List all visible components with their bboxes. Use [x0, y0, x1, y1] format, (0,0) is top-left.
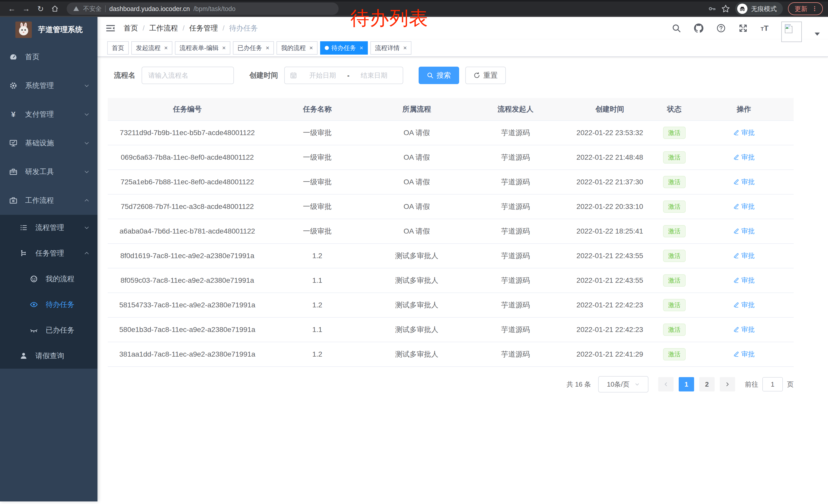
- tags-view-bar: 首页发起流程×流程表单-编辑×已办任务×我的流程×待办任务×流程详情×: [97, 40, 828, 57]
- search-button[interactable]: 搜索: [419, 67, 459, 84]
- page-button-1[interactable]: 1: [679, 377, 694, 392]
- avatar[interactable]: [781, 21, 802, 42]
- sidebar-item-已办任务[interactable]: 已办任务: [0, 317, 97, 343]
- process-name-input[interactable]: [141, 67, 234, 84]
- sidebar-item-请假查询[interactable]: 请假查询: [0, 343, 97, 369]
- approve-link[interactable]: 审批: [733, 128, 755, 137]
- approve-link[interactable]: 审批: [733, 153, 755, 162]
- yen-icon: ¥: [9, 110, 17, 119]
- github-icon[interactable]: [694, 23, 704, 33]
- tab-close-icon[interactable]: ×: [222, 45, 226, 51]
- column-header-状态: 状态: [654, 98, 694, 121]
- start-date-field[interactable]: 开始日期: [299, 71, 346, 80]
- task-id-cell: 580e1b3d-7ac8-11ec-a9e2-a2380e71991a: [108, 317, 267, 342]
- tab-已办任务[interactable]: 已办任务×: [233, 41, 274, 55]
- sidebar-item-基础设施[interactable]: 基础设施: [0, 129, 97, 157]
- prev-page-button[interactable]: [658, 377, 673, 392]
- tab-close-icon[interactable]: ×: [360, 45, 363, 51]
- time-cell: 2022-01-22 20:33:10: [565, 194, 655, 219]
- process-cell: 测试多审批人: [368, 317, 465, 342]
- hamburger-icon[interactable]: [106, 24, 115, 33]
- tab-close-icon[interactable]: ×: [266, 45, 269, 51]
- status-cell: 激活: [654, 194, 694, 219]
- sidebar-item-我的流程[interactable]: 我的流程: [0, 266, 97, 292]
- sidebar-item-支付管理[interactable]: ¥支付管理: [0, 100, 97, 129]
- next-page-button[interactable]: [720, 377, 735, 392]
- goto-page-input[interactable]: [762, 377, 783, 392]
- address-bar[interactable]: 不安全 dashboard.yudao.iocoder.cn/bpm/task/…: [67, 3, 339, 15]
- task-name-cell: 一级审批: [267, 219, 368, 243]
- tab-流程表单-编辑[interactable]: 流程表单-编辑×: [175, 41, 230, 55]
- task-id-cell: 8f059c03-7ac8-11ec-a9e2-a2380e71991a: [108, 268, 267, 293]
- tab-close-icon[interactable]: ×: [164, 45, 168, 51]
- update-label: 更新: [795, 5, 808, 13]
- sidebar-item-系统管理[interactable]: 系统管理: [0, 71, 97, 100]
- tab-close-icon[interactable]: ×: [309, 45, 313, 51]
- sidebar-item-首页[interactable]: 首页: [0, 43, 97, 71]
- approve-link[interactable]: 审批: [733, 276, 755, 285]
- caret-down-icon[interactable]: [815, 32, 820, 36]
- time-cell: 2022-01-21 22:43:55: [565, 243, 655, 268]
- breadcrumb-separator: /: [223, 24, 225, 32]
- chevron-down-icon: [84, 140, 90, 146]
- date-range-picker[interactable]: 开始日期 - 结束日期: [284, 67, 403, 84]
- sidebar-item-待办任务[interactable]: 待办任务: [0, 292, 97, 317]
- fullscreen-icon[interactable]: [739, 24, 748, 33]
- url-path: /bpm/task/todo: [194, 5, 236, 12]
- table-row: 58154733-7ac8-11ec-a9e2-a2380e71991a1.2测…: [108, 293, 794, 317]
- tab-首页[interactable]: 首页: [107, 41, 129, 55]
- key-icon[interactable]: [708, 5, 716, 13]
- task-id-cell: 58154733-7ac8-11ec-a9e2-a2380e71991a: [108, 293, 267, 317]
- breadcrumb-工作流程[interactable]: 工作流程: [149, 23, 178, 33]
- tab-发起流程[interactable]: 发起流程×: [131, 41, 172, 55]
- status-badge: 激活: [663, 299, 686, 311]
- help-icon[interactable]: [716, 24, 726, 33]
- font-size-icon[interactable]: TT: [760, 24, 769, 33]
- reset-button[interactable]: 重置: [465, 67, 506, 84]
- browser-home-button[interactable]: [48, 2, 61, 15]
- monitor-icon: [9, 139, 17, 147]
- action-cell: 审批: [694, 293, 794, 317]
- tab-我的流程[interactable]: 我的流程×: [277, 41, 318, 55]
- star-icon[interactable]: [721, 4, 730, 13]
- time-cell: 2022-01-22 21:37:30: [565, 170, 655, 194]
- app-logo[interactable]: 芋道管理系统: [0, 17, 97, 43]
- page-size-select[interactable]: 10条/页: [598, 376, 649, 393]
- search-icon[interactable]: [672, 24, 681, 33]
- approve-link[interactable]: 审批: [733, 177, 755, 186]
- approve-link-label: 审批: [741, 301, 755, 310]
- task-id-cell: 069c6a63-7b8a-11ec-8ef0-acde48001122: [108, 145, 267, 170]
- task-name-cell: 1.2: [267, 243, 368, 268]
- tab-待办任务[interactable]: 待办任务×: [320, 41, 368, 55]
- page-button-2[interactable]: 2: [699, 377, 715, 392]
- broken-image-icon: [783, 23, 794, 34]
- sidebar-item-流程管理[interactable]: 流程管理: [0, 215, 97, 240]
- sidebar-item-研发工具[interactable]: 研发工具: [0, 157, 97, 186]
- sidebar-item-工作流程[interactable]: 工作流程: [0, 186, 97, 215]
- status-cell: 激活: [654, 342, 694, 367]
- browser-forward-button[interactable]: →: [19, 2, 33, 15]
- tab-close-icon[interactable]: ×: [403, 45, 407, 51]
- approve-link[interactable]: 审批: [733, 251, 755, 260]
- breadcrumb-首页[interactable]: 首页: [124, 23, 138, 33]
- approve-link[interactable]: 审批: [733, 350, 755, 359]
- tab-流程详情[interactable]: 流程详情×: [370, 41, 411, 55]
- browser-back-button[interactable]: ←: [5, 2, 18, 15]
- chevron-down-icon: [84, 83, 90, 89]
- breadcrumb-任务管理[interactable]: 任务管理: [189, 23, 218, 33]
- end-date-field[interactable]: 结束日期: [350, 71, 398, 80]
- browser-reload-button[interactable]: ↻: [34, 2, 47, 15]
- approve-link[interactable]: 审批: [733, 227, 755, 236]
- update-button[interactable]: 更新: [788, 2, 823, 15]
- sidebar-item-任务管理[interactable]: 任务管理: [0, 240, 97, 266]
- refresh-icon: [473, 72, 480, 79]
- approve-link[interactable]: 审批: [733, 301, 755, 310]
- table-row: 069c6a63-7b8a-11ec-8ef0-acde48001122一级审批…: [108, 145, 794, 170]
- navbar: 首页/工作流程/任务管理/待办任务 TT: [97, 17, 828, 40]
- approve-link[interactable]: 审批: [733, 202, 755, 211]
- eye-open-icon: [30, 301, 38, 309]
- approve-link-label: 审批: [741, 128, 755, 137]
- kebab-menu-icon[interactable]: [812, 5, 818, 12]
- approve-link[interactable]: 审批: [733, 325, 755, 334]
- tab-label: 已办任务: [238, 44, 262, 52]
